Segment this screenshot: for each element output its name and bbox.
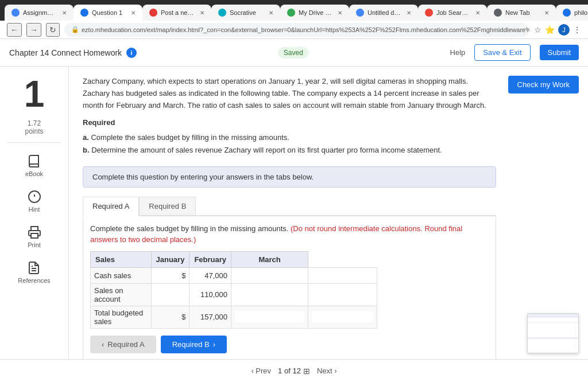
tab-close-drive-btn[interactable]: ✕ (338, 10, 342, 16)
prev-button-label: Required A (107, 340, 144, 349)
secure-icon: 🔒 (71, 26, 79, 33)
tab-socrative[interactable]: Socrative ✕ (211, 5, 280, 21)
feb-input-account[interactable] (231, 283, 308, 306)
bookmark-icon[interactable]: ☆ (534, 25, 541, 34)
sidebar-divider (7, 142, 61, 143)
tab-close-doc-btn[interactable]: ✕ (407, 10, 411, 16)
save-exit-button[interactable]: Save & Exit (474, 44, 530, 61)
submit-button[interactable]: Submit (540, 45, 579, 60)
tab-philo[interactable]: philosophic… ✕ (556, 5, 588, 21)
tab-drive[interactable]: My Drive - … ✕ (280, 5, 349, 21)
jan-value-account: 110,000 (189, 283, 231, 306)
feb-input-cash[interactable] (231, 267, 308, 283)
mar-input-account[interactable] (308, 283, 377, 306)
feb-cash-input[interactable] (235, 270, 304, 281)
col-header-march: March (231, 251, 308, 267)
app-header: Chapter 14 Connect Homework i Saved Help… (0, 39, 588, 67)
tab-icon-post (149, 9, 157, 17)
points-label: points (25, 127, 43, 135)
mar-input-cash[interactable] (308, 267, 377, 283)
question-number: 1 (24, 76, 45, 112)
hint-label: Hint (29, 206, 40, 213)
mar-total-input[interactable] (312, 311, 373, 322)
info-icon[interactable]: i (126, 48, 137, 58)
next-required-button[interactable]: Required B › (161, 336, 227, 353)
extension-icon[interactable]: ⭐ (545, 25, 555, 34)
svg-rect-1 (31, 233, 38, 238)
feb-input-total[interactable] (231, 306, 308, 328)
tab-icon-active (80, 9, 88, 17)
help-button[interactable]: Help (450, 48, 466, 57)
required-label: Required (83, 118, 574, 127)
tab-required-a[interactable]: Required A (83, 197, 139, 216)
header-title-group: Chapter 14 Connect Homework i (9, 48, 137, 58)
tab-icon-drive (287, 9, 295, 17)
mar-account-input[interactable] (312, 289, 373, 300)
col-header-february: February (189, 251, 231, 267)
tab-job[interactable]: Job Search… ✕ (418, 5, 487, 21)
tab-label-newtab: New Tab (505, 9, 539, 16)
print-label: Print (28, 241, 41, 248)
tab-label-philo: philosophic… (574, 9, 588, 16)
back-button[interactable]: ← (7, 23, 22, 37)
feb-total-input[interactable] (235, 311, 304, 322)
tab-close-job-btn[interactable]: ✕ (475, 10, 480, 16)
prev-required-button[interactable]: ‹ Required A (90, 336, 156, 353)
tab-post[interactable]: Post a new… ✕ (142, 5, 211, 21)
table-row-account: Sales on account 110,000 (91, 283, 377, 306)
thumbnail-preview (527, 313, 579, 353)
tab-label-doc: Untitled doc… (368, 9, 401, 16)
print-icon (26, 224, 42, 240)
sales-table: Sales January February March Cash sales … (90, 251, 377, 329)
prev-arrow-icon: ‹ (102, 340, 104, 349)
sidebar-item-references[interactable]: References (14, 256, 53, 287)
tab-newtab[interactable]: New Tab ✕ (487, 5, 556, 21)
tab-icon (11, 9, 20, 17)
tab-close-btn[interactable]: ✕ (62, 10, 67, 16)
points-value: 1.72 (28, 119, 41, 127)
nav-buttons: ‹ Required A Required B › (90, 336, 489, 353)
grid-icon[interactable]: ⊞ (303, 367, 310, 376)
tab-close-post-btn[interactable]: ✕ (200, 10, 204, 16)
references-icon (26, 260, 42, 276)
tab-label-drive: My Drive - … (299, 9, 332, 16)
mar-input-total[interactable] (308, 306, 377, 328)
saved-text: Saved (278, 47, 309, 59)
page-total: 12 (292, 367, 300, 375)
complete-box-text: Complete this question by entering your … (92, 173, 314, 181)
tab-label-job: Job Search… (436, 9, 470, 16)
tab-doc[interactable]: Untitled doc… ✕ (349, 5, 418, 21)
reload-button[interactable]: ↻ (46, 23, 60, 37)
page-separator: of (284, 367, 292, 375)
url-bar[interactable]: 🔒 ezto.mheducation.com/ext/map/index.htm… (64, 23, 529, 37)
jan-value-total: 157,000 (189, 306, 231, 328)
check-work-button[interactable]: Check my Work (508, 76, 579, 93)
browser-action-buttons: ☆ ⭐ J ⋮ (534, 24, 581, 36)
feb-account-input[interactable] (235, 289, 304, 300)
tab-label-socrative: Socrative (230, 9, 263, 16)
forward-button[interactable]: → (26, 23, 41, 37)
mar-cash-input[interactable] (312, 270, 373, 281)
tab-close-newtab-btn[interactable]: ✕ (544, 10, 549, 16)
tab-assignment[interactable]: Assignment… ✕ (5, 5, 74, 21)
tab-required-b[interactable]: Required B (139, 197, 196, 215)
tab-close-socrative-btn[interactable]: ✕ (269, 10, 273, 16)
browser-tabs: Assignment… ✕ Question 1 ✕ Post a new… ✕… (0, 0, 588, 21)
url-text: ezto.mheducation.com/ext/map/index.html?… (82, 26, 529, 33)
tab-close-active-btn[interactable]: ✕ (131, 10, 136, 16)
tab-content-a: Complete the sales budget by filling in … (83, 216, 496, 359)
sidebar-item-hint[interactable]: Hint (23, 185, 46, 216)
next-page-button[interactable]: Next › (312, 364, 342, 377)
more-icon[interactable]: ⋮ (573, 25, 581, 34)
tab-icon-philo (563, 9, 571, 17)
ebook-label: eBook (25, 170, 43, 177)
hint-icon (26, 189, 42, 205)
next-button-label: Required B (172, 340, 210, 349)
tab-question1[interactable]: Question 1 ✕ (74, 5, 142, 21)
prev-page-button[interactable]: ‹ Prev (246, 364, 276, 377)
references-label: References (18, 277, 50, 284)
sidebar-item-ebook[interactable]: eBook (22, 150, 47, 181)
profile-icon[interactable]: J (558, 24, 570, 36)
sidebar-item-print[interactable]: Print (23, 221, 46, 252)
tab-icon-newtab (494, 9, 502, 17)
